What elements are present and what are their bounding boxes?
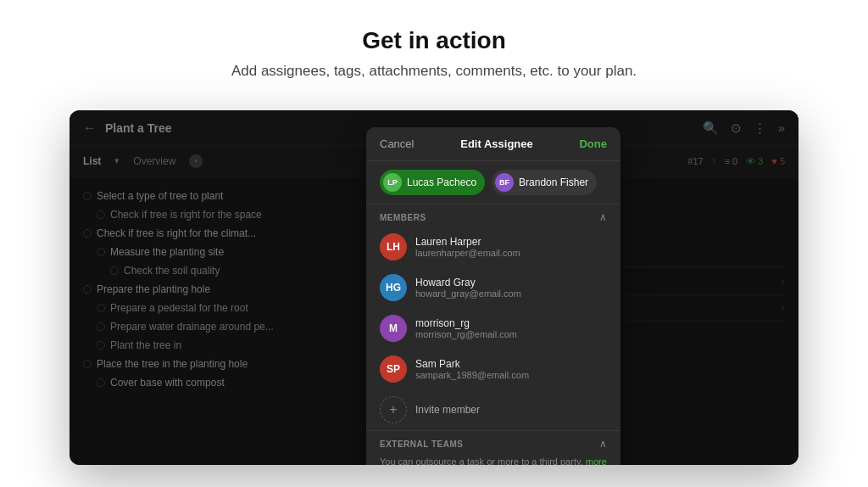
assignee-name-lucas: Lucas Pacheco — [407, 176, 476, 188]
modal-title: Edit Assignee — [460, 137, 532, 150]
ext-teams-chevron-icon[interactable]: ∧ — [599, 438, 607, 450]
member-name-morrison: morrison_rg — [415, 317, 607, 329]
members-section-header: MEMBERS ∧ — [366, 204, 620, 227]
members-label: MEMBERS — [380, 213, 426, 222]
ext-teams-label: EXTERNAL TEAMS — [380, 439, 464, 449]
assignee-name-brandon: Brandon Fisher — [519, 176, 588, 188]
avatar-sam: SP — [380, 355, 407, 383]
edit-assignee-modal: Cancel Edit Assignee Done LP Lucas Pache… — [366, 127, 620, 465]
assignee-chip-brandon[interactable]: BF Brandon Fisher — [492, 170, 597, 195]
ext-more-link[interactable]: more — [586, 456, 607, 465]
invite-member-row[interactable]: + Invite member — [366, 389, 620, 430]
ext-teams-section-header: EXTERNAL TEAMS ∧ — [366, 430, 620, 453]
ext-teams-description: You can outsource a task or more to a th… — [366, 453, 620, 465]
hero-title: Get in action — [17, 27, 851, 54]
modal-header: Cancel Edit Assignee Done — [366, 127, 620, 161]
app-container: ← Plant a Tree 🔍 ⊙ ⋮ » List ▾ Overview •… — [70, 110, 798, 465]
member-email-lauren: laurenharper@email.com — [415, 248, 607, 258]
done-button[interactable]: Done — [579, 137, 607, 150]
member-email-sam: sampark_1989@email.com — [415, 370, 607, 380]
hero-section: Get in action Add assignees, tags, attac… — [0, 0, 868, 97]
invite-label: Invite member — [415, 404, 480, 416]
cancel-button[interactable]: Cancel — [380, 137, 414, 150]
modal-overlay: Cancel Edit Assignee Done LP Lucas Pache… — [70, 110, 798, 465]
member-info-howard: Howard Gray howard_gray@email.com — [415, 277, 607, 299]
avatar-howard: HG — [380, 274, 407, 301]
hero-subtitle: Add assignees, tags, attachments, commen… — [17, 63, 851, 80]
member-info-sam: Sam Park sampark_1989@email.com — [415, 358, 607, 380]
member-email-morrison: morrison_rg@email.com — [415, 329, 607, 339]
avatar-lauren: LH — [380, 233, 407, 260]
app-wrapper: ← Plant a Tree 🔍 ⊙ ⋮ » List ▾ Overview •… — [0, 110, 868, 465]
avatar-morrison: M — [380, 315, 407, 342]
member-row-lauren[interactable]: LH Lauren Harper laurenharper@email.com — [366, 227, 620, 267]
member-name-sam: Sam Park — [415, 358, 607, 370]
member-email-howard: howard_gray@email.com — [415, 288, 607, 299]
member-row-howard[interactable]: HG Howard Gray howard_gray@email.com — [366, 267, 620, 308]
selected-assignees: LP Lucas Pacheco BF Brandon Fisher — [366, 161, 620, 204]
member-name-howard: Howard Gray — [415, 277, 607, 288]
members-chevron-icon[interactable]: ∧ — [599, 211, 607, 223]
member-name-lauren: Lauren Harper — [415, 236, 607, 248]
invite-icon: + — [380, 396, 407, 423]
member-info-lauren: Lauren Harper laurenharper@email.com — [415, 236, 607, 258]
member-row-morrison[interactable]: M morrison_rg morrison_rg@email.com — [366, 308, 620, 349]
avatar-brandon: BF — [495, 173, 514, 192]
assignee-chip-lucas[interactable]: LP Lucas Pacheco — [380, 170, 485, 195]
member-row-sam[interactable]: SP Sam Park sampark_1989@email.com — [366, 349, 620, 389]
avatar-lucas: LP — [383, 173, 402, 192]
member-info-morrison: morrison_rg morrison_rg@email.com — [415, 317, 607, 339]
